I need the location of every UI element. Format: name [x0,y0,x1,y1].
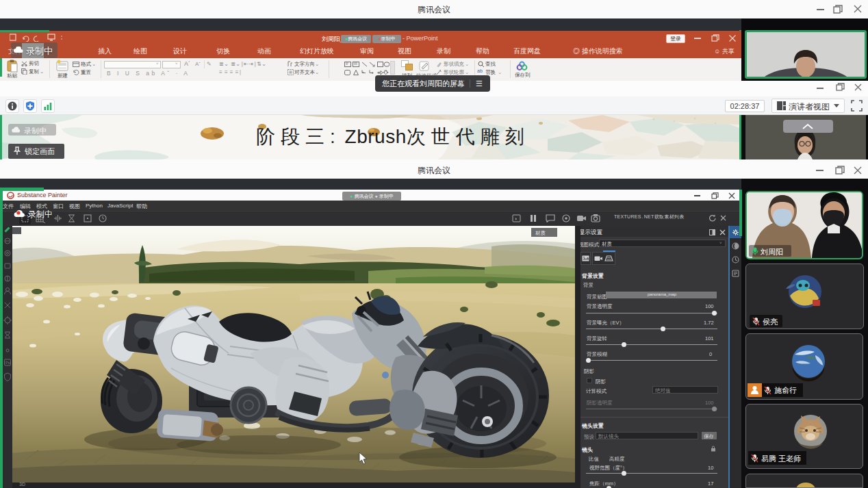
svg-text:Ps: Ps [5,361,10,365]
svg-text:材质: 材质 [535,230,546,236]
svg-text:◑: ◑ [514,216,517,221]
